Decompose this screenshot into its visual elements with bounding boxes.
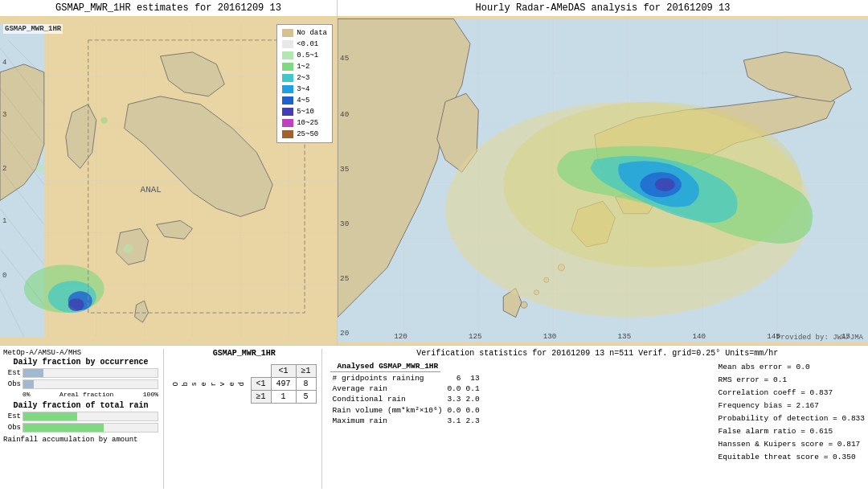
est-rain-label: Est: [3, 412, 21, 420]
legend-3-4: 3~4: [282, 84, 327, 95]
verif-row-4: Maximum rain 3.1 2.3: [330, 416, 482, 426]
axis-100pct: 100%: [143, 391, 158, 398]
stats-right: Mean abs error = 0.0 RMS error = 0.1 Cor…: [719, 361, 865, 464]
contingency-title: GSMAP_MWR_1HR: [172, 349, 317, 358]
legend-10-25-color: [282, 119, 293, 127]
verif-row-3: Rain volume (mm*km²×10⁶) 0.0 0.0: [330, 404, 482, 416]
svg-point-54: [655, 178, 675, 191]
left-title: GSMAP_MWR_1HR estimates for 20161209 13: [0, 0, 337, 16]
metop-label: MetOp-A/AMSU-A/MHS: [3, 349, 158, 357]
right-panel: Hourly Radar-AMeDAS analysis for 2016120…: [338, 0, 868, 345]
verif-val-gsmap-4: 2.3: [464, 416, 482, 426]
svg-point-19: [124, 244, 133, 253]
verif-col-analysed: Analysed: [335, 361, 377, 372]
svg-text:25: 25: [340, 274, 349, 283]
legend-05-1-label: 0.5~1: [297, 50, 318, 61]
stat-4: Probability of detection = 0.833: [719, 412, 865, 425]
svg-text:125: 125: [469, 332, 482, 341]
verif-header: Analysed GSMAP_MWR_1HR: [330, 361, 441, 372]
cell-5: 5: [296, 391, 316, 404]
legend: No data <0.01 0.5~1 1~2: [276, 24, 333, 143]
col-ge1: ≥1: [296, 365, 316, 378]
verif-stats-container: Analysed GSMAP_MWR_1HR # gridpoints rain…: [330, 361, 865, 464]
obs-rain-bar: [23, 423, 158, 433]
occurrence-axis: 0% Areal fraction 100%: [3, 391, 158, 398]
right-map-bg: 45 40 35 30 25 20 120 125 130 135 140 14…: [338, 16, 868, 345]
verif-label-4: Maximum rain: [330, 416, 445, 426]
verif-val-gsmap-1: 0.1: [464, 383, 482, 394]
verif-val-analysed-4: 3.1: [444, 416, 463, 426]
verif-val-analysed-0: 6: [444, 373, 463, 383]
legend-25-50-label: 25~50: [297, 129, 318, 140]
axis-mid: Areal fraction: [59, 391, 113, 398]
svg-text:130: 130: [543, 332, 557, 341]
stat-3: Frequency bias = 2.167: [719, 400, 865, 412]
svg-text:1: 1: [2, 217, 6, 225]
provided-label: Provided by: JWA/JMA: [776, 334, 863, 342]
legend-1-2-label: 1~2: [297, 61, 309, 72]
accumulation-label: Rainfall accumulation by amount: [3, 436, 158, 444]
legend-4-5-color: [282, 96, 293, 105]
col-lt1: <1: [271, 365, 296, 378]
legend-nodata-label: No data: [297, 27, 327, 39]
est-occurrence-row: Est: [3, 368, 158, 378]
legend-5-10-label: 5~10: [297, 106, 314, 117]
obs-occurrence-fill: [23, 380, 34, 388]
bottom-section: MetOp-A/AMSU-A/MHS Daily fraction by occ…: [0, 346, 868, 492]
verif-val-gsmap-2: 2.0: [464, 394, 482, 404]
verif-val-gsmap-0: 13: [464, 373, 482, 383]
legend-nodata: No data: [282, 27, 327, 39]
est-rain-bar: [23, 412, 158, 421]
verif-data-table: # gridpoints raining 6 13 Average rain 0…: [330, 373, 482, 426]
svg-text:4: 4: [2, 59, 6, 67]
verif-table: Analysed GSMAP_MWR_1HR: [330, 361, 441, 373]
est-occurrence-bar: [23, 368, 158, 378]
verif-val-analysed-2: 3.3: [444, 394, 463, 404]
bottom-left: MetOp-A/AMSU-A/MHS Daily fraction by occ…: [3, 349, 164, 489]
left-map-bg: 4 3 2 1 0 ANAL: [0, 16, 337, 345]
svg-text:45: 45: [340, 54, 349, 63]
legend-2-3: 2~3: [282, 72, 327, 84]
svg-text:20: 20: [340, 329, 349, 338]
verif-val-analysed-1: 0.0: [444, 383, 463, 394]
right-title: Hourly Radar-AMeDAS analysis for 2016120…: [338, 0, 868, 16]
legend-5-10-color: [282, 108, 293, 116]
legend-lt001: <0.01: [282, 39, 327, 50]
legend-10-25: 10~25: [282, 117, 327, 129]
legend-2-3-color: [282, 74, 293, 82]
verif-row-2: Conditional rain 3.3 2.0: [330, 394, 482, 404]
stat-5: False alarm ratio = 0.615: [719, 425, 865, 438]
svg-text:40: 40: [340, 110, 349, 119]
legend-lt001-label: <0.01: [297, 39, 318, 50]
occurrence-title: Daily fraction by occurrence: [3, 358, 158, 367]
left-panel: GSMAP_MWR_1HR estimates for 20161209 13: [0, 0, 338, 345]
legend-05-1-color: [282, 51, 293, 59]
contingency-table: <1 ≥1 <1 497 8 ≥1 1 5: [251, 364, 317, 404]
legend-25-50-color: [282, 130, 293, 138]
verif-row-0: # gridpoints raining 6 13: [330, 373, 482, 383]
svg-text:120: 120: [394, 332, 407, 341]
row-ge1: ≥1: [251, 391, 271, 404]
obs-occurrence-row: Obs: [3, 379, 158, 389]
stat-0: Mean abs error = 0.0: [719, 361, 865, 374]
bottom-right: Verification statistics for 20161209 13 …: [326, 349, 865, 489]
row-lt1: <1: [251, 378, 271, 391]
legend-lt001-color: [282, 40, 293, 48]
svg-text:ANAL: ANAL: [141, 185, 162, 195]
svg-point-17: [36, 165, 44, 173]
top-section: GSMAP_MWR_1HR estimates for 20161209 13: [0, 0, 868, 346]
legend-05-1: 0.5~1: [282, 50, 327, 61]
obs-rain-fill: [23, 424, 104, 432]
est-rain-fill: [23, 412, 77, 420]
obs-occurrence-label: Obs: [3, 380, 21, 388]
legend-25-50: 25~50: [282, 129, 327, 140]
est-occurrence-fill: [23, 369, 43, 377]
legend-1-2-color: [282, 63, 293, 71]
legend-nodata-color: [282, 29, 293, 37]
verif-val-analysed-3: 0.0: [444, 404, 463, 416]
svg-text:0: 0: [2, 272, 6, 280]
svg-text:140: 140: [692, 332, 706, 341]
est-occurrence-label: Est: [3, 369, 21, 377]
svg-point-16: [68, 298, 84, 311]
verif-title: Verification statistics for 20161209 13 …: [330, 349, 865, 358]
